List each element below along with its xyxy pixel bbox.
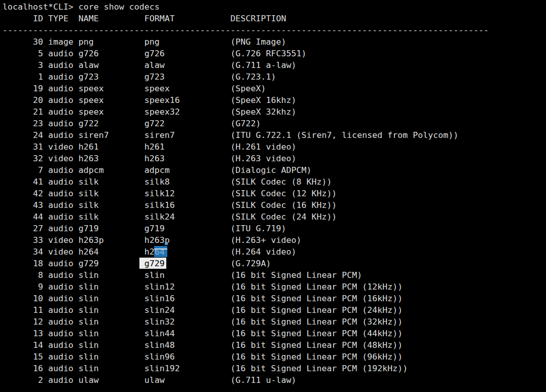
codec-row-text: 21 audio speex speex32 (SpeeX 32khz) bbox=[3, 107, 296, 117]
codec-row-speex: 19 audio speex speex (SpeeX) bbox=[3, 83, 546, 94]
cli-prompt: localhost*CLI> bbox=[3, 2, 79, 12]
codec-row-slin44: 13 audio slin slin44 (16 bit Signed Line… bbox=[3, 328, 546, 339]
codec-row-text: 12 audio slin slin32 (16 bit Signed Line… bbox=[3, 317, 403, 327]
codec-table: 30 image png png (PNG Image) 5 audio g72… bbox=[3, 36, 546, 386]
codec-row-text: 41 audio silk silk8 (SILK Codec (8 KHz)) bbox=[3, 177, 332, 187]
codec-row-text: 32 video h263 h263 (H.263 video) bbox=[3, 154, 296, 163]
terminal-screen[interactable]: localhost*CLI> core show codecs ID TYPE … bbox=[0, 0, 546, 392]
codec-row-h263p: 33 video h263p h263p (H.263+ video) bbox=[3, 234, 546, 246]
codec-row-text: 43 audio silk silk16 (SILK Codec (16 KHz… bbox=[3, 200, 337, 210]
codec-row-silk12: 42 audio silk silk12 (SILK Codec (12 KHz… bbox=[3, 188, 546, 199]
codec-row-text: 20 audio speex speex16 (SpeeX 16khz) bbox=[3, 95, 296, 105]
codec-row-text: 27 audio g719 g719 (ITU G.719) bbox=[3, 224, 286, 233]
codec-row-slin: 8 audio slin slin (16 bit Signed Linear … bbox=[3, 269, 546, 281]
table-header: ID TYPE NAME FORMAT DESCRIPTION bbox=[3, 13, 546, 24]
codec-row-slin32: 12 audio slin slin32 (16 bit Signed Line… bbox=[3, 316, 546, 328]
codec-row-slin96: 15 audio slin slin96 (16 bit Signed Line… bbox=[3, 351, 546, 363]
codec-row-text: 30 image png png (PNG Image) bbox=[3, 37, 286, 47]
codec-row-text: 16 audio slin slin192 (16 bit Signed Lin… bbox=[3, 364, 408, 373]
codec-row-siren7: 24 audio siren7 siren7 (ITU G.722.1 (Sir… bbox=[3, 129, 546, 141]
codec-row-slin24: 11 audio slin slin24 (16 bit Signed Line… bbox=[3, 304, 546, 316]
cli-prompt-line: localhost*CLI> core show codecs bbox=[3, 1, 546, 13]
codec-row-silk16: 43 audio silk silk16 (SILK Codec (16 KHz… bbox=[3, 199, 546, 211]
codec-row-adpcm: 7 audio adpcm adpcm (Dialogic ADPCM) bbox=[3, 164, 546, 176]
codec-row-text: 33 video h263p h263p (H.263+ video) bbox=[3, 235, 301, 245]
codec-row-text: 1 audio g723 g723 (G.723.1) bbox=[3, 72, 276, 82]
search-match-text: g729 bbox=[139, 258, 166, 269]
codec-row-speex32: 21 audio speex speex32 (SpeeX 32khz) bbox=[3, 106, 546, 118]
codec-row-h264: 34 video h264 h264 (H.264 video) bbox=[3, 246, 546, 258]
codec-row-text: 14 audio slin slin48 (16 bit Signed Line… bbox=[3, 340, 403, 350]
codec-row-text: 10 audio slin slin16 (16 bit Signed Line… bbox=[3, 294, 403, 303]
codec-row-text: 19 audio speex speex (SpeeX) bbox=[3, 84, 266, 93]
codec-row-text: 5 audio g726 g726 (G.726 RFC3551) bbox=[3, 49, 306, 58]
codec-row-text: 9 audio slin slin12 (16 bit Signed Linea… bbox=[3, 282, 403, 292]
codec-row-text: 15 audio slin slin96 (16 bit Signed Line… bbox=[3, 352, 403, 362]
selected-text: 64 bbox=[154, 246, 167, 257]
codec-row-g726: 5 audio g726 g726 (G.726 RFC3551) bbox=[3, 48, 546, 59]
codec-row-text: 24 audio siren7 siren7 (ITU G.722.1 (Sir… bbox=[3, 130, 458, 140]
codec-row-text: 34 video h264 h2 bbox=[3, 247, 155, 257]
codec-row-slin192: 16 audio slin slin192 (16 bit Signed Lin… bbox=[3, 363, 546, 374]
codec-row-h261: 31 video h261 h261 (H.261 video) bbox=[3, 141, 546, 153]
codec-row-ulaw: 2 audio ulaw ulaw (G.711 u-law) bbox=[3, 374, 546, 386]
codec-row-g723: 1 audio g723 g723 (G.723.1) bbox=[3, 71, 546, 83]
codec-row-g719: 27 audio g719 g719 (ITU G.719) bbox=[3, 223, 546, 234]
codec-row-silk8: 41 audio silk silk8 (SILK Codec (8 KHz)) bbox=[3, 176, 546, 188]
codec-row-alaw: 3 audio alaw alaw (G.711 a-law) bbox=[3, 59, 546, 71]
table-separator: ----------------------------------------… bbox=[3, 24, 546, 36]
codec-row-slin16: 10 audio slin slin16 (16 bit Signed Line… bbox=[3, 293, 546, 304]
codec-row-text: 42 audio silk silk12 (SILK Codec (12 KHz… bbox=[3, 189, 337, 198]
codec-row-text: 7 audio adpcm adpcm (Dialogic ADPCM) bbox=[3, 165, 311, 175]
codec-row-text: 44 audio silk silk24 (SILK Codec (24 KHz… bbox=[3, 212, 337, 222]
codec-row-g729: 18 audio g729 g729 (G.729A) bbox=[3, 258, 546, 269]
codec-row-text: 8 audio slin slin (16 bit Signed Linear … bbox=[3, 270, 362, 280]
codec-row-text: 2 audio ulaw ulaw (G.711 u-law) bbox=[3, 375, 296, 385]
codec-row-h263: 32 video h263 h263 (H.263 video) bbox=[3, 153, 546, 164]
codec-row-text: 11 audio slin slin24 (16 bit Signed Line… bbox=[3, 305, 403, 315]
codec-row-g722: 23 audio g722 g722 (G722) bbox=[3, 118, 546, 129]
codec-row-text: (G.729A) bbox=[165, 259, 271, 268]
codec-row-text: 31 video h261 h261 (H.261 video) bbox=[3, 142, 296, 152]
codec-row-png: 30 image png png (PNG Image) bbox=[3, 36, 546, 48]
cli-command: core show codecs bbox=[79, 2, 160, 12]
codec-row-silk24: 44 audio silk silk24 (SILK Codec (24 KHz… bbox=[3, 211, 546, 223]
codec-row-text: (H.264 video) bbox=[165, 247, 297, 257]
codec-row-text: 3 audio alaw alaw (G.711 a-law) bbox=[3, 60, 296, 70]
codec-row-text: 23 audio g722 g722 (G722) bbox=[3, 119, 261, 128]
codec-row-text: 13 audio slin slin44 (16 bit Signed Line… bbox=[3, 329, 403, 338]
codec-row-speex16: 20 audio speex speex16 (SpeeX 16khz) bbox=[3, 94, 546, 106]
codec-row-text: 18 audio g729 bbox=[3, 259, 139, 268]
codec-row-slin12: 9 audio slin slin12 (16 bit Signed Linea… bbox=[3, 281, 546, 293]
codec-row-slin48: 14 audio slin slin48 (16 bit Signed Line… bbox=[3, 339, 546, 351]
